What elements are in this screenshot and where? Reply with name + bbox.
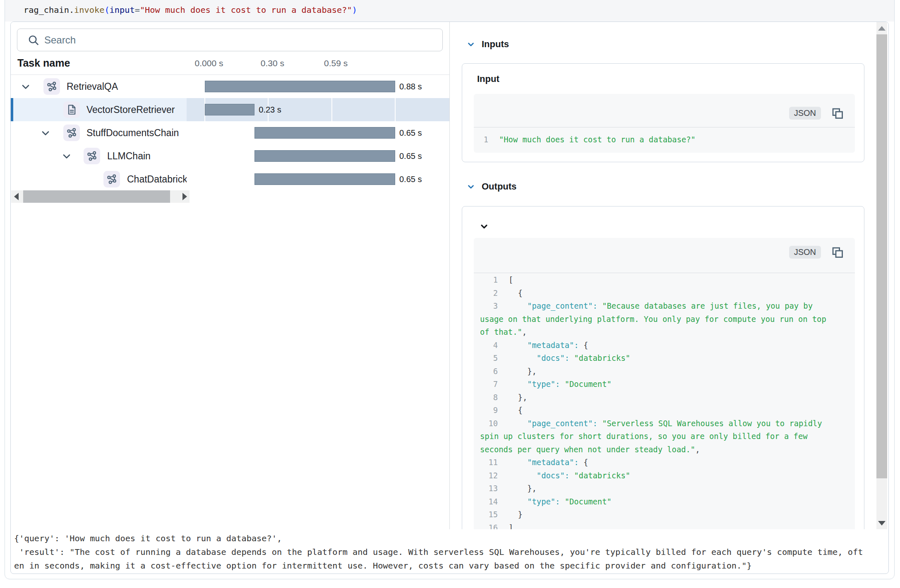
stdout-output: {'query': 'How much does it cost to run … <box>14 532 885 573</box>
line-number: 12 <box>480 469 498 482</box>
search-box[interactable] <box>17 29 443 51</box>
chain-glyph <box>66 127 77 139</box>
span-inspector-panel: Inputs Input JSON 1"How much does it cos… <box>450 22 876 529</box>
json-token: { <box>583 341 588 350</box>
task-row[interactable]: LLMChain0.65 s <box>11 144 449 168</box>
gantt-panel: Task name 0.000 s0.30 s0.59 s RetrievalQ… <box>11 22 449 529</box>
expand-chevron-icon[interactable] <box>41 130 50 138</box>
json-block-divider <box>474 273 855 273</box>
stdout-line: en in seconds, making it a cost-effectiv… <box>14 559 885 573</box>
copy-icon[interactable] <box>831 107 844 120</box>
gantt-bar[interactable] <box>254 150 395 162</box>
expand-chevron-icon[interactable] <box>21 84 30 91</box>
line-number: 9 <box>480 404 498 417</box>
line-number: 8 <box>480 391 498 404</box>
chevron-down-glyph <box>62 154 71 159</box>
json-token: spin up clusters for short durations, so… <box>480 432 812 441</box>
task-name-cell: RetrievalQA <box>11 75 187 98</box>
line-number: 1 <box>480 274 498 287</box>
json-line: usage on that underlying platform. You o… <box>480 313 851 326</box>
task-row[interactable]: RetrievalQA0.88 s <box>11 75 449 98</box>
outputs-section-header[interactable]: Outputs <box>466 181 516 192</box>
chain-glyph <box>86 150 98 162</box>
json-line: 2 { <box>480 287 851 300</box>
line-number: 2 <box>480 287 498 300</box>
json-token: "Serverless SQL Warehouses allow you to … <box>602 419 827 428</box>
input-json-content: 1"How much does it cost to run a databas… <box>480 133 851 146</box>
json-token: "type": <box>527 380 564 389</box>
chevron-down-icon[interactable] <box>466 182 475 191</box>
json-format-badge[interactable]: JSON <box>789 246 821 259</box>
copy-icon[interactable] <box>831 246 844 259</box>
duration-label: 0.65 s <box>399 168 422 191</box>
task-label: LLMChain <box>107 144 151 168</box>
up-triangle-icon <box>878 26 886 31</box>
output-json-block: JSON 1[2 {3 "page_content": "Because dat… <box>474 238 855 529</box>
gantt-bar[interactable] <box>205 81 395 92</box>
json-token <box>509 458 527 467</box>
json-token: "Document" <box>565 497 612 506</box>
json-token: { <box>583 458 588 467</box>
json-token: }, <box>509 393 527 402</box>
json-line: of that.", <box>480 326 851 339</box>
duration-label: 0.65 s <box>399 121 422 144</box>
scrollbar-down-arrow[interactable] <box>877 517 887 529</box>
time-tick-label: 0.59 s <box>324 51 348 75</box>
chevron-down-icon[interactable] <box>466 40 475 49</box>
scrollbar-up-arrow[interactable] <box>877 22 887 34</box>
json-line: seconds per query when not under steady … <box>480 443 851 456</box>
task-row[interactable]: VectorStoreRetriever0.23 s <box>11 98 449 121</box>
json-token: "type": <box>527 497 564 506</box>
line-number: 13 <box>480 482 498 495</box>
task-label: RetrievalQA <box>67 75 118 98</box>
vertical-scrollbar[interactable] <box>876 22 887 529</box>
json-line: 14 "type": "Document" <box>480 495 851 509</box>
gantt-bar[interactable] <box>205 104 254 115</box>
line-number: 16 <box>480 521 498 530</box>
chevron-down-glyph <box>41 130 50 136</box>
collapse-chevron-icon[interactable] <box>479 221 489 231</box>
gantt-bar[interactable] <box>254 127 395 139</box>
json-token <box>509 497 527 506</box>
inputs-title: Inputs <box>482 39 509 50</box>
task-row[interactable]: ChatDatabricks0.65 s <box>11 168 449 191</box>
line-number: 6 <box>480 365 498 378</box>
h-scrollbar-thumb[interactable] <box>23 190 170 203</box>
document-glyph <box>66 104 77 115</box>
time-tick-label: 0.30 s <box>261 51 284 75</box>
code-cell[interactable]: rag_chain.invoke(input="How much does it… <box>5 0 894 22</box>
gantt-bar[interactable] <box>254 173 395 185</box>
json-line: 8 }, <box>480 391 851 404</box>
chain-glyph <box>46 81 58 92</box>
json-block-divider <box>474 127 855 127</box>
scrollbar-left-arrow[interactable] <box>11 190 21 203</box>
json-token <box>509 302 527 310</box>
code-token: invoke <box>74 5 104 15</box>
json-line: 7 "type": "Document" <box>480 378 851 391</box>
code-token: input <box>110 5 135 15</box>
line-number: 4 <box>480 339 498 352</box>
task-row[interactable]: StuffDocumentsChain0.65 s <box>11 121 449 144</box>
json-token: } <box>509 510 523 519</box>
json-token: { <box>509 289 523 298</box>
json-format-badge[interactable]: JSON <box>789 107 821 120</box>
json-token: "Because databases are just files, you p… <box>602 302 817 310</box>
search-icon <box>27 34 40 46</box>
expand-chevron-icon[interactable] <box>62 154 71 161</box>
v-scrollbar-thumb[interactable] <box>876 34 887 478</box>
scrollbar-right-arrow[interactable] <box>180 190 190 203</box>
line-number: 3 <box>480 300 498 313</box>
json-token: "databricks" <box>574 354 630 362</box>
json-line: 3 "page_content": "Because databases are… <box>480 300 851 313</box>
horizontal-scrollbar[interactable] <box>11 190 190 203</box>
duration-label: 0.65 s <box>399 144 422 168</box>
json-token: "page_content": <box>527 419 602 428</box>
json-token: "page_content": <box>527 302 602 310</box>
json-line: 13 }, <box>480 482 851 495</box>
inputs-section-header[interactable]: Inputs <box>466 39 509 50</box>
right-triangle-icon <box>182 193 187 200</box>
trace-viewer: Task name 0.000 s0.30 s0.59 s RetrievalQ… <box>11 22 888 529</box>
input-json-block: JSON 1"How much does it cost to run a da… <box>474 94 855 153</box>
json-token: seconds per query when not under steady … <box>480 445 695 454</box>
search-input[interactable] <box>44 34 438 46</box>
